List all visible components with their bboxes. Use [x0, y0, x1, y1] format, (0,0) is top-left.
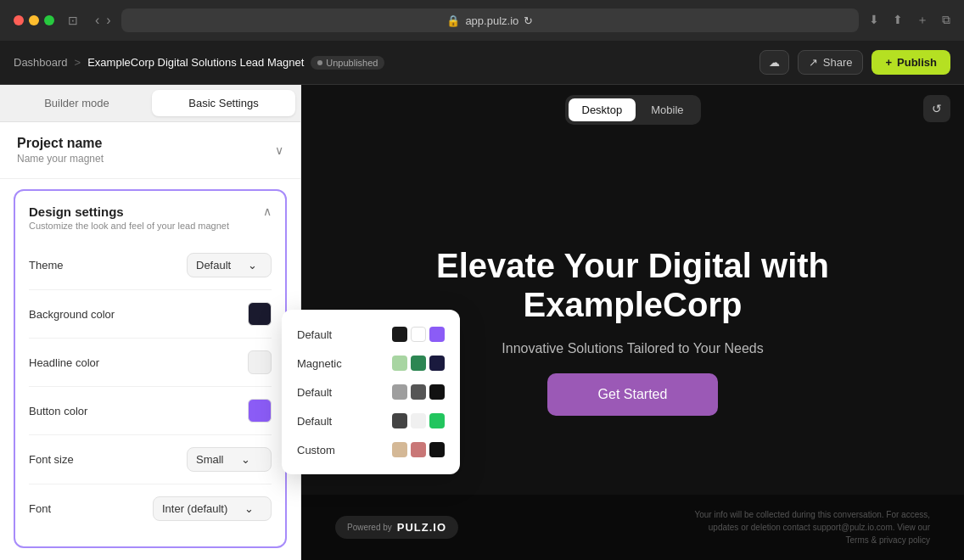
swatch-3	[429, 356, 445, 371]
theme-swatches	[392, 356, 445, 371]
theme-chevron-icon: ⌄	[248, 259, 257, 272]
theme-option-magnetic[interactable]: Magnetic	[292, 349, 450, 378]
preview-privacy-text: Your info will be collected during this …	[692, 508, 930, 546]
theme-option-label: Default	[297, 386, 332, 399]
refresh-icon: ↺	[932, 102, 942, 115]
powered-by-badge: Powered by PULZ.IO	[335, 516, 458, 539]
tab-desktop[interactable]: Desktop	[569, 98, 636, 121]
project-chevron-icon[interactable]: ∨	[275, 143, 283, 157]
preview-footer: Powered by PULZ.IO Your info will be col…	[301, 495, 964, 560]
theme-swatches	[392, 442, 445, 457]
tab-basic-settings[interactable]: Basic Settings	[152, 90, 295, 116]
browser-chrome: ⊡ ‹ › 🔒 app.pulz.io ↻ ⬇ ⬆ ＋ ⧉	[0, 0, 964, 41]
swatch-3	[429, 384, 445, 400]
headline-color-label: Headline color	[29, 356, 99, 369]
background-color-row: Background color	[29, 290, 272, 339]
swatch-2	[411, 356, 426, 371]
share-label: Share	[823, 56, 853, 69]
close-traffic-light[interactable]	[14, 15, 24, 25]
project-name-breadcrumb: ExampleCorp Digital Solutions Lead Magne…	[87, 56, 304, 69]
panel-tabs: Builder mode Basic Settings	[0, 85, 300, 122]
preview-headline: Elevate Your Digital with ExampleCorp	[395, 246, 871, 324]
cloud-icon: ☁	[769, 56, 780, 69]
theme-swatches	[392, 327, 445, 342]
sidebar-toggle[interactable]: ⊡	[68, 14, 78, 27]
swatch-2	[411, 413, 426, 428]
preview-cta-button[interactable]: Get Started	[547, 373, 719, 416]
theme-option-label: Default	[297, 328, 332, 341]
browser-nav: ‹ ›	[95, 13, 111, 28]
button-color-label: Button color	[29, 405, 87, 417]
swatch-1	[392, 356, 407, 371]
status-dot	[317, 60, 322, 65]
font-dropdown[interactable]: Inter (default) ⌄	[153, 496, 272, 521]
font-size-row: Font size Small ⌄	[29, 435, 272, 484]
publish-plus-icon: +	[885, 56, 892, 69]
design-settings-section: Design settings Customize the look and f…	[14, 189, 287, 548]
design-section-subtitle: Customize the look and feel of your lead…	[29, 221, 229, 231]
main-layout: Builder mode Basic Settings Project name…	[0, 85, 964, 560]
font-size-value: Small	[196, 453, 224, 466]
cloud-button[interactable]: ☁	[759, 50, 789, 75]
refresh-button[interactable]: ↺	[923, 95, 950, 122]
theme-label: Theme	[29, 259, 63, 272]
share-icon[interactable]: ⬆	[893, 13, 903, 28]
share-icon: ↗	[809, 56, 818, 69]
design-section-title: Design settings	[29, 204, 229, 219]
back-button[interactable]: ‹	[95, 13, 99, 28]
theme-option-default-2[interactable]: Default	[292, 378, 450, 406]
project-section-subtitle: Name your magnet	[17, 153, 104, 165]
fullscreen-traffic-light[interactable]	[44, 15, 54, 25]
theme-option-default-3[interactable]: Default	[292, 406, 450, 435]
font-size-chevron-icon: ⌄	[241, 453, 250, 466]
swatch-2	[411, 327, 426, 342]
preview-toolbar: Desktop Mobile	[565, 95, 701, 125]
swatch-1	[392, 442, 407, 457]
minimize-traffic-light[interactable]	[29, 15, 39, 25]
project-section-text: Project name Name your magnet	[17, 136, 104, 165]
download-icon[interactable]: ⬇	[869, 13, 879, 28]
headline-color-swatch[interactable]	[248, 350, 272, 374]
swatch-3	[429, 413, 445, 428]
theme-option-label: Custom	[297, 444, 335, 456]
theme-option-label: Default	[297, 415, 332, 428]
button-color-swatch[interactable]	[248, 399, 272, 423]
publish-label: Publish	[897, 56, 937, 69]
design-chevron-icon[interactable]: ∧	[263, 204, 272, 218]
breadcrumb: Dashboard > ExampleCorp Digital Solution…	[14, 56, 384, 70]
swatch-1	[392, 384, 407, 400]
browser-actions: ⬇ ⬆ ＋ ⧉	[869, 13, 950, 28]
theme-option-label: Magnetic	[297, 357, 342, 370]
traffic-lights	[14, 15, 54, 25]
dashboard-link[interactable]: Dashboard	[14, 56, 68, 69]
font-label: Font	[29, 502, 51, 515]
url-text: app.pulz.io	[465, 14, 518, 27]
left-panel: Builder mode Basic Settings Project name…	[0, 85, 301, 560]
theme-option-custom[interactable]: Custom	[292, 435, 450, 464]
swatch-1	[392, 327, 407, 342]
theme-dropdown[interactable]: Default ⌄	[187, 253, 272, 277]
brand-name: PULZ.IO	[397, 521, 446, 534]
swatch-3	[429, 327, 445, 342]
forward-button[interactable]: ›	[106, 13, 110, 28]
swatch-1	[392, 413, 407, 428]
powered-text: Powered by	[347, 523, 392, 532]
windows-icon[interactable]: ⧉	[942, 13, 950, 28]
tab-mobile[interactable]: Mobile	[637, 98, 697, 121]
theme-swatches	[392, 413, 445, 428]
theme-dropdown-popup: Default Magnetic Default Default Cus	[282, 310, 460, 474]
theme-option-default-1[interactable]: Default	[292, 320, 450, 349]
publish-button[interactable]: + Publish	[872, 50, 950, 75]
design-section-header: Design settings Customize the look and f…	[29, 204, 229, 231]
font-value: Inter (default)	[162, 502, 227, 515]
share-button[interactable]: ↗ Share	[798, 50, 864, 75]
headline-color-row: Headline color	[29, 339, 272, 387]
theme-setting-row: Theme Default ⌄	[29, 241, 272, 290]
tab-builder-mode[interactable]: Builder mode	[5, 90, 149, 116]
preview-subheadline: Innovative Solutions Tailored to Your Ne…	[502, 341, 763, 356]
address-bar[interactable]: 🔒 app.pulz.io ↻	[121, 8, 859, 32]
new-tab-icon[interactable]: ＋	[916, 13, 928, 28]
background-color-swatch[interactable]	[248, 302, 272, 326]
refresh-icon: ↻	[524, 14, 533, 27]
font-size-dropdown[interactable]: Small ⌄	[187, 447, 272, 472]
